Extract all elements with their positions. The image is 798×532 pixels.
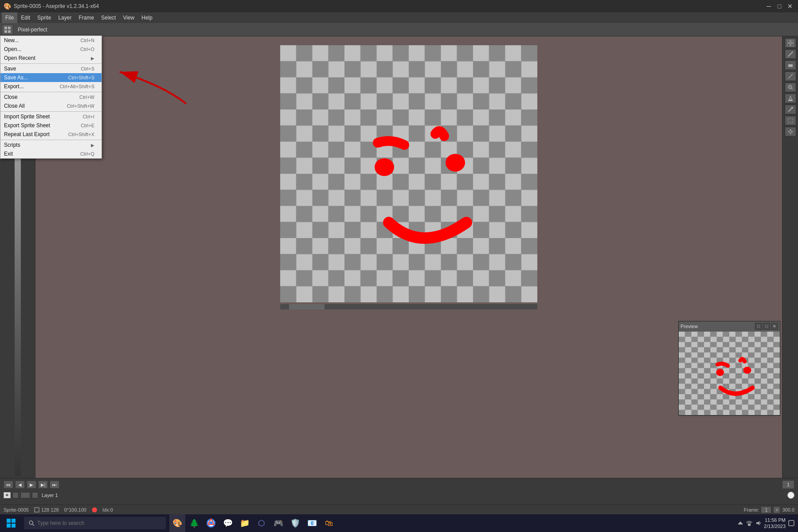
taskbar-aseprite-icon[interactable]: 🎨 [169,514,185,532]
svg-line-19 [791,88,793,90]
menu-sprite[interactable]: Sprite [34,12,55,23]
sprite-canvas-container[interactable] [280,45,537,302]
svg-rect-25 [788,118,793,123]
menu-file[interactable]: File [2,12,17,23]
maximize-button[interactable]: □ [775,2,784,11]
status-sprite-name: Sprite-0005 [4,507,29,512]
toolbar-grid-icon[interactable] [2,24,13,35]
anim-last-button[interactable]: ⏭ [50,481,59,489]
svg-rect-0 [4,27,7,29]
svg-line-17 [788,74,793,78]
svg-rect-38 [35,508,39,512]
menu-open[interactable]: Open...Ctrl+O [0,45,102,54]
taskbar-chat-icon[interactable]: 💬 [220,514,236,532]
menu-close[interactable]: CloseCtrl+W [0,92,102,102]
preview-close-button[interactable]: ✕ [771,323,778,330]
network-icon [746,520,752,526]
menu-save[interactable]: SaveCtrl+S [0,63,102,73]
paint-bucket-button[interactable] [785,94,796,103]
anim-prev-button[interactable]: ◀ [15,481,25,489]
menu-frame[interactable]: Frame [75,12,98,23]
title-bar-controls[interactable]: ─ □ ✕ [764,2,794,11]
taskbar-chrome-icon[interactable] [203,514,219,532]
menu-view[interactable]: View [119,12,138,23]
palette-slider[interactable] [15,113,21,476]
start-button[interactable] [0,514,22,532]
taskbar-store-icon[interactable]: 🛍 [321,514,337,532]
zoom-plus-button[interactable] [785,82,796,92]
menu-select[interactable]: Select [98,12,119,23]
menu-save-as[interactable]: Save As...Ctrl+Shift+S [0,73,102,82]
menu-repeat-export[interactable]: Repeat Last ExportCtrl+Shift+X [0,130,102,139]
svg-marker-29 [791,131,793,133]
grid-tool-button[interactable] [785,38,796,48]
anim-first-button[interactable]: ⏮ [4,481,13,489]
svg-point-24 [791,107,793,109]
close-button[interactable]: ✕ [786,2,794,11]
volume-icon [755,520,761,526]
menu-bar: File Edit Sprite Layer Frame Select View… [0,12,798,23]
clock-date: 2/13/2023 [764,523,786,529]
menu-scripts[interactable]: Scripts▶ [0,140,102,149]
menu-edit[interactable]: Edit [17,12,34,23]
svg-rect-8 [280,45,537,302]
toolbar: Pixel-perfect [0,23,798,36]
eyedropper-button[interactable] [785,105,796,114]
minimize-button[interactable]: ─ [764,2,773,11]
svg-rect-49 [748,524,751,526]
line-tool-button[interactable] [785,71,796,81]
menu-import-sprite[interactable]: Import Sprite SheetCtrl+I [0,111,102,121]
menu-open-recent[interactable]: Open Recent▶ [0,54,102,63]
menu-export[interactable]: Export...Ctrl+Alt+Shift+S [0,82,102,91]
pen-tool-button[interactable] [785,49,796,59]
anim-play-button[interactable]: ▶ [27,481,36,489]
layer-name: Layer 1 [42,493,786,498]
preview-title-bar: Preview □ □ ✕ [679,321,780,331]
menu-close-all[interactable]: Close AllCtrl+Shift+W [0,102,102,110]
eraser-tool-button[interactable] [785,60,796,70]
anim-next-button[interactable]: ▶| [38,481,48,489]
notification-icon[interactable] [788,520,794,526]
preview-maximize-button[interactable]: □ [763,323,770,330]
move-tool-button[interactable] [785,127,796,137]
taskbar-mail-icon[interactable]: 📧 [304,514,320,532]
frame-input[interactable]: 1 [761,506,771,513]
layer-link-button[interactable] [32,492,38,498]
layer-lock-button[interactable] [12,492,19,498]
layer-type-button[interactable] [20,492,30,498]
layer-visibility-button[interactable]: 👁 [4,492,11,498]
taskbar-game-icon[interactable]: 🎮 [270,514,286,532]
taskbar-discord-icon[interactable]: ⬡ [254,514,270,532]
clock: 11:56 PM 2/13/2023 [764,517,786,530]
menu-exit[interactable]: ExitCtrl+Q [0,149,102,158]
preview-pin-button[interactable]: □ [755,323,762,330]
svg-marker-48 [738,521,743,524]
svg-rect-22 [788,100,793,101]
layer-circle[interactable] [787,492,794,499]
svg-rect-41 [7,524,11,528]
menu-new[interactable]: New...Ctrl+N [0,36,102,45]
taskbar-forest-icon[interactable]: 🌲 [186,514,202,532]
taskbar-icons: 🎨 🌲 💬 📁 ⬡ 🎮 🛡️ 📧 [169,514,337,532]
preview-panel: Preview □ □ ✕ [678,321,780,416]
search-input[interactable] [37,520,161,526]
taskbar-right: 11:56 PM 2/13/2023 [737,517,798,530]
taskbar-up-chevron-icon[interactable] [737,520,743,526]
svg-marker-28 [788,131,790,133]
search-bar[interactable] [24,517,166,529]
taskbar-shield-icon[interactable]: 🛡️ [287,514,303,532]
select-rect-button[interactable] [785,116,796,125]
taskbar-file-icon[interactable]: 📁 [237,514,253,532]
canvas-hscrollbar[interactable] [280,304,537,309]
menu-help[interactable]: Help [138,12,156,23]
svg-rect-11 [787,40,790,43]
menu-layer[interactable]: Layer [55,12,75,23]
frame-inc-button[interactable]: + [773,506,780,513]
svg-rect-2 [4,30,7,33]
svg-marker-26 [790,129,791,131]
menu-export-sprite[interactable]: Export Sprite SheetCtrl+E [0,121,102,130]
taskbar: 🎨 🌲 💬 📁 ⬡ 🎮 🛡️ 📧 [0,514,798,532]
svg-rect-13 [787,43,790,46]
svg-point-43 [29,521,33,524]
svg-rect-40 [12,519,16,523]
